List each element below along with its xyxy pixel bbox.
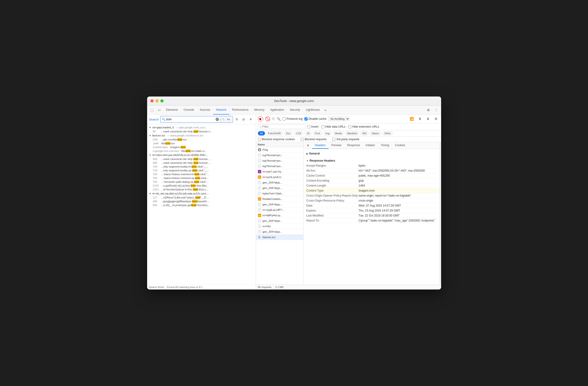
blocked-requests-label[interactable]: Blocked requests: [301, 138, 327, 141]
disable-cache-label[interactable]: Disable cache: [304, 117, 326, 121]
detail-tab-preview[interactable]: Preview: [328, 142, 344, 149]
upload-icon[interactable]: ⬆: [417, 116, 423, 122]
search-input[interactable]: [166, 118, 215, 121]
result-line[interactable]: 955 ...is,6});_.fs.prototype.geticon=fun…: [147, 203, 256, 207]
result-line[interactable]: :path /favicon.ico: [147, 141, 256, 145]
third-party-label[interactable]: 3rd-party requests: [332, 138, 359, 141]
request-item-gen3[interactable]: 📄 gen_204?atyp...: [256, 202, 303, 207]
tab-security[interactable]: Security: [287, 106, 303, 115]
request-item-ping[interactable]: ◉ Ping: [256, 147, 303, 152]
search-refresh-button[interactable]: ↻: [234, 117, 240, 122]
request-item-log3[interactable]: 📄 log?format=jso...: [256, 164, 303, 169]
invert-checkbox[interactable]: [307, 125, 310, 128]
tab-sources[interactable]: Sources: [197, 106, 213, 115]
result-line[interactable]: 2150 ...s.getRoot().el(),a);this.icon=th…: [147, 184, 256, 188]
result-group-mcdos[interactable]: ▼ m=cdos,hsm,jsa,mb4ZUb,d,csi,cEt90b,SNU…: [147, 153, 256, 157]
detail-tab-cookies[interactable]: Cookies: [392, 142, 408, 149]
tab-lighthouse[interactable]: Lighthouse: [303, 106, 323, 115]
wifi-icon[interactable]: 📶: [409, 116, 415, 122]
result-line[interactable]: 80 ...mark canonical cite help icon lice…: [147, 129, 256, 133]
request-item-gen5[interactable]: 📄 gen_204?atyp...: [256, 229, 303, 235]
general-section-header[interactable]: ▶ General: [306, 151, 436, 156]
request-item-msyg9[interactable]: 📄 m=syg9,aLUfP?...: [256, 207, 303, 213]
more-tabs-button[interactable]: »: [322, 108, 328, 112]
result-group-cb[interactable]: ▼ cb=gapi.loaded_0 — apis.google.com/_sc…: [147, 125, 256, 129]
invert-label[interactable]: Invert: [307, 125, 318, 128]
more-options-icon[interactable]: ⋮: [433, 107, 439, 113]
type-filter-img[interactable]: Img: [323, 131, 332, 135]
detail-tab-headers[interactable]: Headers: [312, 142, 328, 149]
maximize-button[interactable]: [160, 99, 164, 103]
tab-memory[interactable]: Memory: [251, 106, 267, 115]
device-icon[interactable]: ▭: [156, 107, 162, 113]
close-button[interactable]: [150, 99, 153, 103]
request-item-msyv9[interactable]: JS m=syv9,syv8,V...: [256, 174, 303, 180]
blocked-cookies-label[interactable]: Blocked response cookies: [258, 138, 295, 141]
inspect-icon[interactable]: ⬚: [149, 107, 155, 113]
tab-network[interactable]: Network: [213, 106, 229, 115]
result-group-favicon[interactable]: ▼ favicon.ico — www.google.com/favicon.i…: [147, 133, 256, 138]
detail-tab-timing[interactable]: Timing: [378, 142, 392, 149]
result-line[interactable]: 754 ..."semantic-path-dialog.sp-icon-cli…: [147, 180, 256, 184]
type-filter-other[interactable]: Other: [382, 131, 393, 135]
result-line[interactable]: 460 ...mark canonical cite help icon lic…: [147, 161, 256, 165]
download-icon[interactable]: ⬇: [425, 116, 431, 122]
blocked-cookies-checkbox[interactable]: [258, 138, 261, 141]
hide-ext-label[interactable]: Hide extension URLs: [348, 125, 379, 128]
result-line[interactable]: 750 ..."place-history-moment.sp-icon-cli…: [147, 176, 256, 180]
result-line[interactable]: 729 ...ivity-segment-tooltip.hl-icon-cli…: [147, 165, 256, 169]
third-party-checkbox[interactable]: [332, 138, 335, 141]
request-item-log1[interactable]: 📄 log?format=jso...: [256, 152, 303, 158]
disable-cache-checkbox[interactable]: [304, 117, 308, 121]
search-clear-x-button[interactable]: ×: [216, 118, 219, 121]
request-item-gen2[interactable]: 📄 gen_204?atyp...: [256, 185, 303, 191]
hide-ext-checkbox[interactable]: [348, 125, 351, 128]
request-item-hpba[interactable]: 📄 hpba?vet=10ah...: [256, 191, 303, 196]
result-line[interactable]: 450 ...mark canonical cite help icon lic…: [147, 157, 256, 161]
minimize-button[interactable]: [155, 99, 159, 103]
search-cancel-button[interactable]: ⊘: [241, 117, 246, 122]
request-item-mhfcr[interactable]: 📄 m=hfcr: [256, 224, 303, 229]
type-filter-js[interactable]: JS: [304, 131, 312, 135]
clear-button[interactable]: 🚫: [265, 116, 270, 121]
result-line[interactable]: x-google-scs-row-key: /favicon.ico:stati…: [147, 149, 256, 153]
type-filter-fetch[interactable]: Fetch/XHR: [266, 131, 283, 135]
request-item-gen1[interactable]: 📄 gen_204?atyp...: [256, 180, 303, 185]
hide-data-label[interactable]: Hide data URLs: [321, 125, 346, 128]
hide-data-checkbox[interactable]: [321, 125, 324, 128]
tab-console[interactable]: Console: [181, 106, 197, 115]
detail-tab-initiator[interactable]: Initiator: [363, 142, 378, 149]
result-line[interactable]: 729 ...ivity-segment-tooltip.sp-icon-cli…: [147, 169, 256, 172]
request-item-favicon[interactable]: G favicon.ico: [256, 235, 303, 240]
record-button[interactable]: ⏺: [258, 116, 263, 121]
filter-icon[interactable]: ▽: [272, 117, 275, 121]
tab-elements[interactable]: Elements: [163, 106, 181, 115]
search-regex-button[interactable]: (.*): [220, 117, 225, 122]
result-line[interactable]: 117 ...nDReve"));Bw.set("select_icon",_J…: [147, 196, 256, 199]
request-item-rotate[interactable]: JS RotateCookies...: [256, 196, 303, 202]
result-line[interactable]: 750 ..."place-history-moment.hl-icon-cli…: [147, 172, 256, 176]
type-filter-manifest[interactable]: Manifest: [345, 131, 359, 135]
scrollbar[interactable]: [439, 142, 441, 284]
request-item-msyk7[interactable]: JS m=syk7,sylc?xj...: [256, 169, 303, 174]
result-line[interactable]: 404 ...jpeg|jpg|png|tiff|webp|x-icon|bas…: [147, 199, 256, 203]
result-line[interactable]: content-type: image/x-icon: [147, 145, 256, 149]
settings-icon[interactable]: ⚙: [425, 107, 432, 113]
type-filter-media[interactable]: Media: [333, 131, 344, 135]
result-line[interactable]: URL ...gle.com/favicon.ico: [147, 138, 256, 141]
search-network-icon[interactable]: 🔍: [277, 117, 281, 121]
detail-tab-response[interactable]: Response: [344, 142, 363, 149]
request-item-kmfphd[interactable]: JS m=kMFpHd,sy...: [256, 213, 303, 218]
tab-application[interactable]: Application: [267, 106, 287, 115]
type-filter-all[interactable]: All: [258, 131, 265, 135]
type-filter-doc[interactable]: Doc: [284, 131, 293, 135]
response-headers-section-header[interactable]: ▼ Response Headers: [306, 158, 436, 163]
search-case-button[interactable]: Aa: [226, 117, 231, 122]
preserve-log-checkbox[interactable]: [283, 117, 286, 121]
search-close-button[interactable]: ✕: [248, 116, 254, 122]
type-filter-css[interactable]: CSS: [294, 131, 303, 135]
result-line[interactable]: 2151 ...d=function(a){var b=this.icon.Eb…: [147, 188, 256, 191]
network-settings-icon[interactable]: ⚙: [433, 116, 439, 122]
detail-close-button[interactable]: ✕: [305, 143, 311, 148]
tab-performance[interactable]: Performance: [229, 106, 252, 115]
